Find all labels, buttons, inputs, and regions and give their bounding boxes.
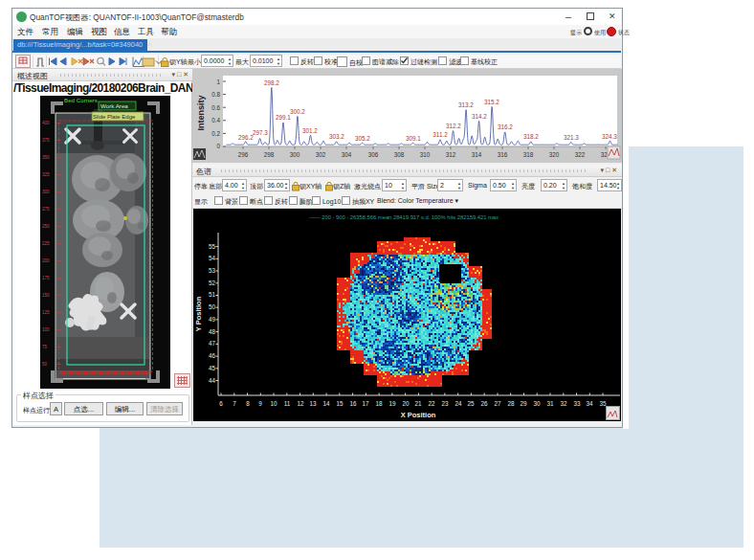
svg-text:Work Area: Work Area: [100, 102, 128, 109]
svg-text:0: 0: [216, 143, 220, 149]
svg-text:300: 300: [290, 151, 300, 158]
svg-text:318.2: 318.2: [523, 133, 539, 140]
svg-text:53: 53: [209, 267, 216, 274]
svg-text:296.2: 296.2: [238, 134, 254, 141]
svg-text:275: 275: [42, 207, 50, 212]
svg-text:305.2: 305.2: [355, 135, 370, 142]
svg-text:325: 325: [42, 172, 50, 177]
svg-text:Slide Plate Edge: Slide Plate Edge: [93, 114, 136, 120]
svg-text:6: 6: [219, 400, 223, 407]
svg-text:34: 34: [586, 400, 593, 407]
svg-text:298: 298: [264, 151, 275, 158]
svg-text:27: 27: [494, 400, 501, 407]
svg-text:Bed Corners: Bed Corners: [64, 97, 98, 103]
svg-text:375: 375: [42, 138, 50, 143]
svg-text:16: 16: [349, 400, 357, 407]
svg-text:32: 32: [560, 400, 567, 407]
svg-text:24: 24: [455, 400, 462, 407]
svg-text:296: 296: [238, 151, 249, 158]
svg-text:22: 22: [428, 400, 435, 407]
svg-text:250: 250: [42, 224, 50, 229]
svg-text:315.2: 315.2: [484, 99, 499, 105]
svg-text:312.2: 312.2: [446, 123, 461, 129]
svg-text:225: 225: [42, 241, 50, 246]
svg-text:11: 11: [284, 400, 291, 407]
svg-text:31: 31: [546, 400, 554, 407]
svg-text:12: 12: [297, 400, 304, 407]
svg-text:300: 300: [42, 190, 50, 194]
svg-text:350: 350: [42, 155, 50, 160]
svg-text:75: 75: [42, 345, 48, 349]
svg-text:X Position: X Position: [401, 411, 436, 419]
svg-text:200: 200: [42, 258, 50, 263]
svg-text:308: 308: [394, 151, 405, 158]
svg-text:48: 48: [209, 328, 216, 335]
svg-text:30: 30: [533, 400, 541, 407]
svg-text:314: 314: [472, 151, 482, 158]
svg-text:Intensity: Intensity: [196, 95, 206, 130]
svg-text:320: 320: [549, 151, 560, 158]
svg-text:18: 18: [375, 400, 383, 407]
svg-text:321.3: 321.3: [564, 134, 579, 141]
svg-text:400: 400: [42, 121, 50, 125]
svg-text:0.2: 0.2: [211, 130, 220, 137]
svg-text:50: 50: [209, 303, 216, 310]
svg-text:Y Position: Y Position: [194, 296, 203, 331]
svg-text:10: 10: [270, 400, 277, 407]
svg-text:297.3: 297.3: [253, 129, 268, 136]
svg-text:29: 29: [520, 400, 527, 407]
svg-text:0.4: 0.4: [211, 117, 220, 123]
svg-text:304: 304: [342, 151, 352, 158]
svg-text:51: 51: [209, 291, 216, 298]
svg-text:52: 52: [209, 280, 216, 286]
svg-text:311.2: 311.2: [432, 131, 448, 138]
svg-text:23: 23: [441, 400, 449, 407]
svg-text:19: 19: [388, 400, 396, 407]
svg-text:14: 14: [322, 400, 330, 407]
svg-text:21: 21: [414, 400, 422, 407]
svg-text:312: 312: [446, 151, 456, 158]
svg-text:—— 200 - 900 - 26358.566 mean: —— 200 - 900 - 26358.566 mean 28419.917 …: [309, 214, 499, 220]
svg-text:25: 25: [467, 400, 475, 407]
svg-text:299.1: 299.1: [276, 114, 291, 121]
svg-text:309.1: 309.1: [406, 135, 421, 142]
svg-text:33: 33: [573, 400, 581, 407]
svg-text:17: 17: [362, 400, 369, 407]
svg-text:100: 100: [42, 327, 50, 332]
svg-text:306: 306: [368, 151, 379, 158]
svg-text:324.3: 324.3: [602, 133, 617, 140]
svg-text:303.2: 303.2: [329, 133, 344, 140]
svg-text:316.2: 316.2: [498, 123, 513, 130]
svg-text:0.8: 0.8: [211, 91, 220, 98]
svg-text:313.2: 313.2: [458, 101, 474, 108]
svg-text:44: 44: [209, 377, 216, 384]
svg-text:55: 55: [209, 243, 216, 250]
svg-text:54: 54: [209, 255, 216, 261]
svg-text:0.6: 0.6: [211, 104, 220, 111]
svg-text:302: 302: [316, 151, 326, 158]
svg-text:50: 50: [42, 362, 48, 367]
svg-text:13: 13: [309, 400, 317, 407]
svg-text:1: 1: [216, 78, 220, 85]
svg-text:26: 26: [480, 400, 488, 407]
svg-text:45: 45: [209, 365, 216, 371]
svg-text:8: 8: [246, 400, 250, 407]
svg-text:322: 322: [575, 151, 586, 158]
svg-text:314.2: 314.2: [472, 113, 487, 120]
svg-text:15: 15: [336, 400, 344, 407]
svg-text:49: 49: [209, 316, 216, 323]
svg-text:7: 7: [233, 400, 236, 407]
svg-text:316: 316: [498, 151, 508, 158]
svg-text:175: 175: [42, 276, 50, 280]
svg-text:300.2: 300.2: [290, 108, 305, 115]
svg-text:20: 20: [402, 400, 410, 407]
svg-text:9: 9: [258, 400, 262, 407]
svg-text:301.2: 301.2: [302, 127, 318, 134]
svg-text:28: 28: [507, 400, 515, 407]
svg-text:47: 47: [209, 340, 216, 347]
svg-text:46: 46: [209, 352, 216, 359]
svg-text:298.2: 298.2: [264, 79, 279, 86]
svg-text:318: 318: [523, 151, 534, 158]
svg-text:125: 125: [42, 310, 50, 315]
svg-text:150: 150: [42, 293, 50, 298]
